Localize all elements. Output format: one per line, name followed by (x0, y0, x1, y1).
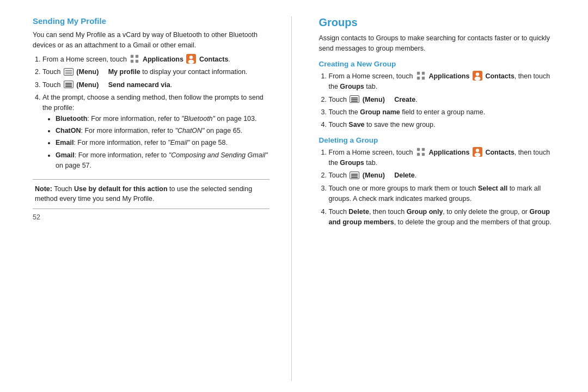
groups-tab-label-2: Groups (340, 159, 364, 167)
svg-rect-3 (136, 60, 138, 63)
bullet-list: Bluetooth: For more information, refer t… (56, 114, 270, 171)
sending-profile-title: Sending My Profile (33, 16, 270, 26)
menu-label-2: (Menu) (76, 81, 106, 89)
page: Sending My Profile You can send My Profi… (0, 0, 588, 392)
contacts-label-1: Contacts (199, 56, 228, 63)
sending-profile-intro: You can send My Profile as a vCard by wa… (33, 30, 270, 51)
svg-rect-8 (422, 72, 425, 75)
svg-point-19 (476, 149, 479, 152)
menu-icon-3 (350, 95, 359, 103)
svg-point-13 (474, 77, 480, 81)
left-column: Sending My Profile You can send My Profi… (33, 16, 292, 381)
svg-rect-0 (131, 55, 133, 58)
svg-rect-2 (131, 60, 133, 63)
columns: Sending My Profile You can send My Profi… (33, 16, 555, 381)
step-2: Touch (Menu) My profile to display your … (42, 67, 270, 77)
menu-label-1: (Menu) (76, 68, 106, 76)
create-step-2: Touch (Menu) Create. (329, 95, 556, 105)
svg-point-20 (474, 153, 480, 157)
applications-label-3: Applications (428, 149, 469, 156)
contacts-label-3: Contacts (485, 149, 514, 156)
svg-rect-7 (417, 72, 420, 75)
delete-step-1: From a Home screen, touch Applications (329, 148, 556, 169)
step-4: At the prompt, choose a sending method, … (42, 93, 270, 171)
groups-tab-label-1: Groups (340, 83, 364, 90)
creating-group-title: Creating a New Group (319, 60, 556, 68)
step-3: Touch (Menu) Send namecard via. (42, 80, 270, 90)
contacts-icon-1 (186, 54, 196, 64)
apps-icon-3 (415, 149, 428, 156)
apps-icon-2 (415, 72, 428, 80)
apps-icon-1 (128, 56, 142, 63)
menu-label-3: (Menu) (363, 96, 393, 103)
applications-label-1: Applications (143, 56, 183, 63)
create-step-3: Touch the Group name field to enter a gr… (329, 107, 556, 118)
svg-rect-9 (417, 77, 420, 79)
bullet-email: Email: For more information, refer to "E… (56, 138, 270, 148)
bullet-bluetooth: Bluetooth: For more information, refer t… (56, 114, 270, 124)
groups-intro: Assign contacts to Groups to make search… (319, 33, 556, 54)
page-number: 52 (33, 209, 270, 221)
sending-profile-steps: From a Home screen, touch Applications (42, 54, 270, 171)
delete-step-2: Touch (Menu) Delete. (329, 170, 556, 181)
menu-icon-4 (350, 171, 359, 179)
contacts-icon-3 (473, 147, 482, 157)
svg-rect-10 (422, 77, 425, 79)
contacts-icon-2 (473, 71, 482, 81)
svg-point-12 (476, 73, 479, 76)
create-label: Create (394, 96, 415, 103)
bullet-gmail: Gmail: For more information, refer to "C… (56, 150, 270, 171)
right-column: Groups Assign contacts to Groups to make… (314, 16, 556, 381)
applications-label-2: Applications (428, 72, 469, 80)
svg-rect-17 (422, 153, 425, 156)
svg-rect-14 (417, 148, 420, 151)
delete-step-3: Touch one or more groups to mark them or… (329, 183, 556, 205)
svg-rect-15 (422, 148, 425, 151)
deleting-group-steps: From a Home screen, touch Applications (329, 148, 556, 228)
delete-step-4: Touch Delete, then touch Group only, to … (329, 207, 556, 228)
my-profile-label: My profile (108, 68, 140, 76)
delete-label: Delete (394, 171, 415, 179)
note-text: Note: Touch Use by default for this acti… (35, 185, 252, 203)
contacts-label-2: Contacts (485, 72, 514, 80)
menu-label-4: (Menu) (363, 171, 393, 179)
svg-point-5 (189, 56, 193, 59)
bullet-chaton: ChatON: For more information, refer to "… (56, 126, 270, 136)
note-box: Note: Touch Use by default for this acti… (33, 179, 270, 210)
create-step-4: Touch Save to save the new group. (329, 120, 556, 130)
groups-title: Groups (319, 16, 556, 29)
deleting-group-title: Deleting a Group (319, 136, 556, 144)
send-namecard-label: Send namecard via (108, 81, 170, 89)
menu-icon-1 (64, 68, 74, 76)
svg-rect-16 (417, 153, 420, 156)
step-1: From a Home screen, touch Applications (42, 54, 270, 65)
create-step-1: From a Home screen, touch Applications (329, 71, 556, 93)
menu-icon-2 (64, 81, 74, 88)
svg-point-6 (188, 60, 194, 64)
creating-group-steps: From a Home screen, touch Applications (329, 71, 556, 131)
svg-rect-1 (136, 55, 138, 58)
